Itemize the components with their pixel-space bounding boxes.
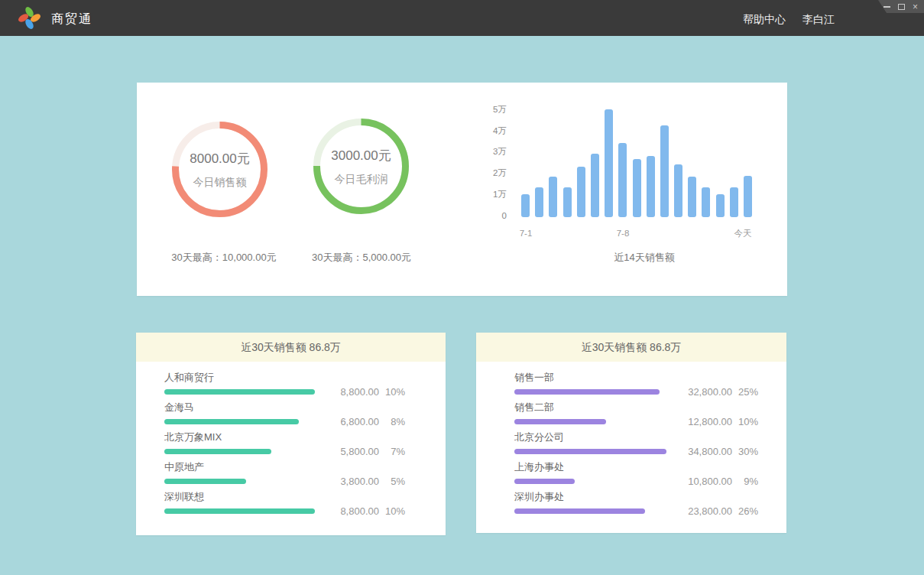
bar [730,187,738,217]
item-value: 10,800.009% [688,476,758,487]
bar [521,194,530,218]
x-tick-label: 7-1 [511,228,541,239]
progress-bar [164,508,315,514]
x-tick-label: 7-8 [608,228,638,239]
y-tick-label: 1万 [476,188,507,200]
bar [577,167,585,218]
bar [647,156,655,217]
bar [618,143,627,217]
app-window: { "titlebar": { "app_title": "商贸通", "hel… [0,0,924,575]
item-value: 12,800.0010% [688,417,758,427]
list-item: 人和商贸行8,800.0010% [136,372,446,402]
chart-bars [521,106,752,217]
amount-text: 5,800.00 [340,447,379,457]
bar [702,187,710,217]
customers-sales-panel: 近30天销售额 86.8万 人和商贸行8,800.0010%金海马6,800.0… [136,333,446,535]
today-profit-amount: 3000.00元 [331,147,391,164]
panel-title: 近30天销售额 86.8万 [136,333,446,362]
pinwheel-logo-icon [18,6,41,30]
maximize-icon[interactable] [898,4,905,10]
amount-text: 23,800.00 [688,506,732,517]
minimize-icon[interactable] [883,6,890,8]
item-label: 深圳办事处 [514,492,564,502]
item-label: 上海办事处 [514,462,564,473]
bar [716,194,725,218]
close-icon[interactable]: × [913,3,918,11]
amount-text: 6,800.00 [340,417,379,427]
amount-text: 10,800.00 [688,476,732,487]
panel-body: 人和商贸行8,800.0010%金海马6,800.008%北京万象MIX5,80… [136,362,446,521]
item-label: 北京万象MIX [164,432,222,443]
progress-bar [164,419,299,424]
percent-text: 8% [379,417,405,427]
list-item: 北京万象MIX5,800.007% [136,432,446,462]
panel-title: 近30天销售额 86.8万 [476,333,786,362]
list-item: 上海办事处10,800.009% [476,462,786,492]
percent-text: 7% [379,447,405,457]
item-value: 8,800.0010% [340,506,405,517]
bar [563,187,572,217]
amount-text: 3,800.00 [340,476,379,487]
list-item: 销售一部32,800.0025% [476,372,786,402]
list-item: 深圳办事处23,800.0026% [476,492,786,521]
bar [660,125,669,218]
today-sales-donut: 8000.00元 今日销售额 [168,118,271,221]
item-value: 3,800.005% [340,476,405,487]
list-item: 中原地产3,800.005% [136,462,446,492]
item-label: 销售一部 [514,372,554,383]
window-controls: × [876,0,924,13]
progress-bar [514,479,575,484]
bar [674,164,682,217]
progress-bar [514,389,660,395]
y-tick-label: 3万 [476,145,507,158]
progress-bar [514,449,666,454]
percent-text: 5% [379,476,405,487]
percent-text: 25% [732,387,758,398]
bar [605,109,613,217]
y-tick-label: 0 [476,210,507,222]
item-value: 34,800.0030% [688,447,758,457]
today-profit-label: 今日毛利润 [335,173,388,187]
percent-text: 30% [732,447,758,457]
bar [535,187,543,217]
amount-text: 12,800.00 [688,417,732,427]
list-item: 销售二部12,800.0010% [476,402,786,432]
amount-text: 8,800.00 [340,387,379,398]
bar [688,177,696,217]
username-menu[interactable]: 李白江 [802,13,835,27]
item-label: 人和商贸行 [164,372,214,383]
progress-bar [514,508,645,514]
departments-sales-panel: 近30天销售额 86.8万 销售一部32,800.0025%销售二部12,800… [476,333,786,533]
item-label: 深圳联想 [164,492,204,502]
x-tick-label: 今天 [728,228,758,239]
help-center-link[interactable]: 帮助中心 [743,13,786,27]
list-item: 金海马6,800.008% [136,402,446,432]
bar [591,154,599,217]
amount-text: 8,800.00 [340,506,379,517]
item-label: 销售二部 [514,402,554,413]
item-value: 32,800.0025% [688,387,758,398]
item-value: 8,800.0010% [340,387,405,398]
list-item: 北京分公司34,800.0030% [476,432,786,462]
item-value: 5,800.007% [340,447,405,457]
today-sales-label: 今日销售额 [193,176,247,190]
y-tick-label: 2万 [476,167,507,179]
percent-text: 10% [379,387,405,398]
app-title: 商贸通 [51,11,92,28]
percent-text: 9% [732,476,758,487]
bar [549,177,557,217]
chart-title: 近14天销售额 [568,251,721,265]
percent-text: 10% [379,506,405,517]
today-sales-amount: 8000.00元 [190,150,249,167]
panel-body: 销售一部32,800.0025%销售二部12,800.0010%北京分公司34,… [476,362,786,521]
amount-text: 34,800.00 [688,447,732,457]
profit-30day-max: 30天最高：5,000.00元 [277,251,446,265]
progress-bar [164,449,271,454]
chart-y-axis: 5万4万3万2万1万0 [476,83,507,236]
item-label: 中原地产 [164,462,204,473]
overview-panel: 8000.00元 今日销售额 30天最高：10,000.00元 3000.00元… [137,83,787,296]
progress-bar [164,389,315,395]
item-label: 金海马 [164,402,194,413]
progress-bar [514,419,606,424]
y-tick-label: 5万 [476,103,507,115]
